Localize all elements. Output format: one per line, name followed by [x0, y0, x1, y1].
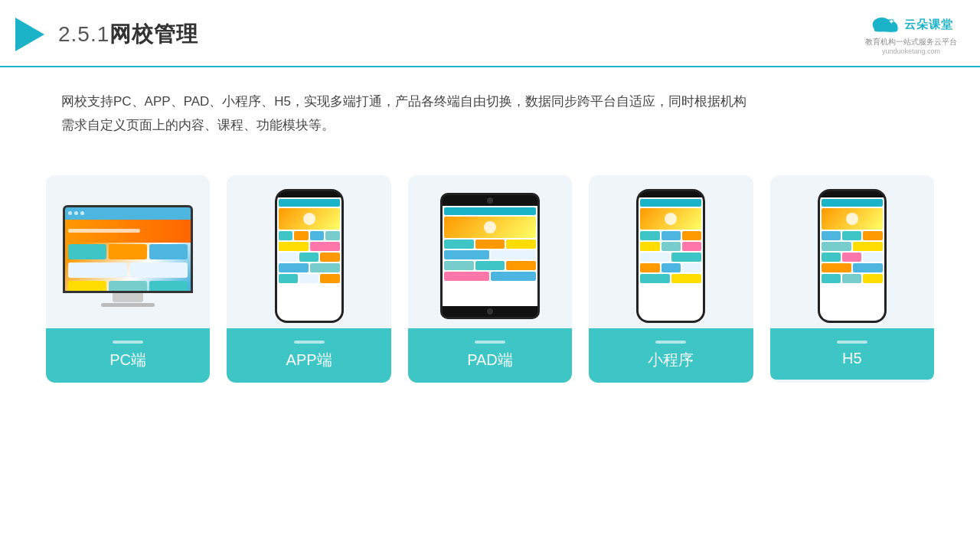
miniapp-screen-content [639, 197, 703, 286]
h5-b8 [863, 253, 882, 262]
pc-box3 [149, 244, 188, 259]
miniapp-b10 [662, 263, 681, 272]
app-mini-row3 [279, 253, 340, 262]
pc-screen-bar [65, 207, 191, 220]
pad-b1 [444, 240, 474, 249]
card-app-label: APP端 [227, 328, 390, 383]
miniapp-b4 [640, 242, 659, 251]
card-miniapp-image [589, 175, 753, 328]
pc-box2 [109, 244, 147, 259]
app-mini-header [279, 199, 340, 207]
app-mini-b6 [310, 242, 340, 251]
pc-row3 [65, 279, 191, 293]
h5-phone-body [818, 189, 887, 323]
h5-banner-face [846, 213, 858, 225]
pad-device [440, 193, 540, 319]
pad-tablet-screen [443, 206, 537, 306]
card-miniapp: 小程序 [589, 175, 753, 383]
miniapp-b1 [640, 231, 659, 240]
logo-area: 云朵课堂 教育机构一站式服务云平台 yunduoketang.com [865, 14, 957, 55]
h5-b1 [822, 231, 841, 240]
pc-screen [65, 220, 191, 293]
pc-base [101, 303, 155, 307]
svg-rect-5 [874, 27, 898, 32]
page-header: 2.5.1网校管理 云朵课堂 教育机构一站式服务云平台 yunduoketang… [0, 0, 980, 67]
pc-box8 [149, 281, 188, 293]
app-mini-b14 [320, 274, 339, 283]
pc-box5 [129, 262, 188, 278]
h5-b3 [863, 231, 882, 240]
miniapp-mini-banner [640, 208, 701, 230]
app-mini-row2 [279, 242, 340, 251]
pad-b4 [444, 250, 489, 259]
miniapp-phone-notch [659, 191, 682, 197]
card-pad: PAD端 [408, 175, 572, 383]
pad-b10 [491, 272, 536, 281]
pc-device [63, 205, 193, 307]
app-phone-body [275, 189, 344, 323]
cloud-logo-icon [869, 14, 900, 35]
pc-dot2 [74, 211, 78, 215]
h5-b7 [842, 253, 861, 262]
pc-box7 [109, 281, 147, 293]
logo-url: yunduoketang.com [882, 47, 940, 55]
h5-b12 [842, 274, 861, 283]
app-mini-banner [279, 208, 340, 230]
miniapp-row5 [640, 274, 701, 283]
h5-phone-notch [841, 191, 864, 197]
app-mini-b9 [320, 253, 339, 262]
app-phone-notch [298, 191, 321, 197]
miniapp-b8 [671, 253, 701, 262]
logo-tagline: 教育机构一站式服务云平台 [865, 37, 957, 47]
card-app-image [227, 175, 390, 328]
page-title: 2.5.1网校管理 [58, 20, 198, 49]
miniapp-row4 [640, 263, 701, 272]
h5-row1 [822, 231, 883, 240]
title-name: 网校管理 [109, 22, 198, 46]
pad-b5 [491, 250, 536, 259]
app-screen-content [277, 197, 341, 286]
miniapp-b5 [662, 242, 681, 251]
pad-b7 [475, 261, 505, 270]
h5-b2 [842, 231, 861, 240]
app-mini-b10 [279, 263, 309, 272]
app-mini-row1 [279, 231, 340, 240]
pad-b9 [444, 272, 489, 281]
card-h5: H5 [770, 175, 934, 383]
app-mini-b4 [325, 231, 340, 240]
app-mini-b12 [279, 274, 298, 283]
app-mini-b5 [279, 242, 309, 251]
miniapp-b7 [640, 253, 670, 262]
pad-mini-banner [444, 217, 536, 238]
title-number: 2.5.1 [58, 22, 109, 46]
logo-name: 云朵课堂 [904, 18, 953, 32]
app-mini-b1 [279, 231, 293, 240]
card-miniapp-label: 小程序 [589, 328, 753, 383]
h5-row3 [822, 253, 883, 262]
pc-monitor [63, 205, 193, 293]
h5-row2 [822, 242, 883, 251]
card-label-bar-miniapp [655, 341, 686, 344]
pad-mini-row2 [444, 250, 536, 259]
card-h5-image [770, 175, 934, 328]
app-mini-b2 [294, 231, 309, 240]
pc-box1 [68, 244, 106, 259]
pad-mini-row3 [444, 261, 536, 270]
pc-box4 [68, 262, 127, 278]
app-phone-screen [277, 197, 341, 321]
card-label-bar-pad [475, 341, 505, 344]
card-app: APP端 [227, 175, 390, 383]
pc-banner-text [68, 229, 140, 233]
miniapp-b9 [640, 263, 659, 272]
miniapp-mini-header [640, 199, 701, 207]
pad-screen-content [443, 206, 537, 284]
card-pc-image [46, 175, 210, 328]
app-mini-row4 [279, 263, 340, 272]
app-mini-b13 [299, 274, 318, 283]
miniapp-banner-face [665, 213, 677, 225]
h5-b6 [822, 253, 841, 262]
card-pad-label: PAD端 [408, 328, 572, 383]
h5-row5 [822, 274, 883, 283]
pad-b6 [444, 261, 474, 270]
pc-box6 [68, 281, 106, 293]
